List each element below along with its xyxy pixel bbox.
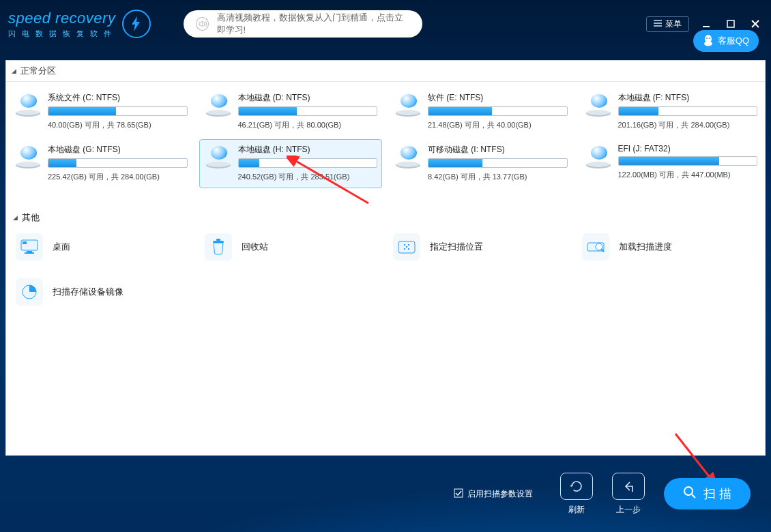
disk-icon (204, 144, 233, 168)
scan-button[interactable]: 扫 描 (664, 478, 751, 509)
usage-bar (618, 106, 758, 116)
partition-title: 本地磁盘 (F: NTFS) (618, 92, 758, 104)
other-section-header[interactable]: ◢ 其他 (9, 209, 762, 231)
partition-title: 本地磁盘 (H: NTFS) (238, 144, 378, 156)
svg-line-20 (692, 494, 695, 498)
partitions-section-header[interactable]: ◢ 正常分区 (6, 61, 765, 82)
promo-text: 高清视频教程，数据恢复从入门到精通，点击立即学习! (217, 12, 411, 36)
disk-icon (14, 92, 42, 117)
partition-item[interactable]: 本地磁盘 (F: NTFS)201.16(GB) 可用，共 284.00(GB) (579, 87, 763, 136)
svg-rect-6 (27, 251, 32, 252)
support-qq-button[interactable]: 客服QQ (693, 30, 759, 52)
partition-stats: 225.42(GB) 可用，共 284.00(GB) (48, 172, 188, 182)
speaker-icon (196, 17, 208, 31)
partition-stats: 8.42(GB) 可用，共 13.77(GB) (428, 172, 568, 182)
svg-rect-10 (216, 239, 220, 241)
target-icon (393, 233, 420, 261)
back-button[interactable]: 上一步 (612, 473, 645, 516)
disk-icon (584, 144, 613, 168)
checkbox-icon (454, 488, 463, 500)
qq-label: 客服QQ (718, 35, 749, 47)
svg-rect-9 (213, 241, 224, 243)
disk-icon (394, 92, 422, 117)
usage-bar (428, 158, 568, 168)
partition-item[interactable]: EFI (J: FAT32)122.00(MB) 可用，共 447.00(MB) (579, 139, 763, 188)
usage-bar (48, 106, 188, 116)
desktop-icon (16, 233, 43, 261)
disk-icon (204, 92, 233, 117)
search-icon (683, 486, 697, 503)
partition-stats: 21.48(GB) 可用，共 40.00(GB) (428, 120, 568, 130)
svg-rect-0 (727, 20, 734, 27)
partition-stats: 46.21(GB) 可用，共 80.00(GB) (238, 120, 378, 130)
partition-stats: 122.00(MB) 可用，共 447.00(MB) (618, 170, 758, 180)
maximize-button[interactable] (723, 16, 738, 31)
partition-item[interactable]: 本地磁盘 (D: NTFS)46.21(GB) 可用，共 80.00(GB) (199, 87, 383, 136)
partition-stats: 40.00(GB) 可用，共 78.65(GB) (48, 120, 188, 130)
minimize-button[interactable] (699, 16, 714, 31)
partition-item[interactable]: 软件 (E: NTFS)21.48(GB) 可用，共 40.00(GB) (389, 87, 572, 136)
svg-rect-8 (23, 241, 27, 244)
back-label: 上一步 (616, 504, 641, 516)
partition-title: 本地磁盘 (G: NTFS) (48, 144, 188, 156)
close-button[interactable] (748, 16, 763, 31)
partitions-title: 正常分区 (20, 65, 56, 77)
scan-params-checkbox[interactable]: 启用扫描参数设置 (454, 488, 533, 500)
svg-point-19 (684, 487, 693, 495)
progress-icon (582, 233, 609, 261)
checkbox-label: 启用扫描参数设置 (467, 488, 533, 500)
logo-title: speed recovery (8, 10, 115, 27)
other-item[interactable]: 加载扫描进度 (578, 231, 760, 263)
partition-item[interactable]: 系统文件 (C: NTFS)40.00(GB) 可用，共 78.65(GB) (9, 87, 192, 136)
partition-title: 本地磁盘 (D: NTFS) (238, 92, 378, 104)
other-item-label: 回收站 (242, 241, 268, 253)
collapse-triangle-icon: ◢ (12, 68, 16, 74)
trash-icon (205, 233, 232, 261)
main-panel: ◢ 正常分区 系统文件 (C: NTFS)40.00(GB) 可用，共 78.6… (5, 60, 766, 456)
image-icon (16, 278, 43, 306)
promo-banner[interactable]: 高清视频教程，数据恢复从入门到精通，点击立即学习! (184, 10, 422, 38)
svg-point-2 (704, 41, 712, 46)
partition-title: EFI (J: FAT32) (618, 144, 758, 153)
usage-bar (238, 106, 378, 116)
partition-title: 软件 (E: NTFS) (428, 92, 568, 104)
usage-bar (238, 158, 378, 168)
partition-title: 系统文件 (C: NTFS) (48, 92, 188, 104)
svg-point-3 (706, 38, 708, 39)
partition-item[interactable]: 可移动磁盘 (I: NTFS)8.42(GB) 可用，共 13.77(GB) (389, 139, 572, 188)
back-icon (612, 473, 645, 500)
menu-label: 菜单 (665, 18, 682, 30)
other-item-label: 扫描存储设备镜像 (53, 286, 123, 298)
usage-bar (618, 156, 758, 166)
usage-bar (48, 158, 188, 168)
bolt-icon (122, 10, 151, 38)
svg-rect-18 (454, 489, 463, 497)
refresh-icon (560, 473, 593, 500)
refresh-button[interactable]: 刷新 (560, 473, 593, 516)
partition-item[interactable]: 本地磁盘 (H: NTFS)240.52(GB) 可用，共 283.51(GB) (199, 139, 383, 188)
other-item[interactable]: 扫描存储设备镜像 (12, 276, 194, 308)
other-item[interactable]: 指定扫描位置 (389, 231, 571, 263)
other-item[interactable]: 桌面 (12, 231, 194, 263)
partition-stats: 240.52(GB) 可用，共 283.51(GB) (238, 172, 378, 182)
disk-icon (584, 92, 613, 117)
logo-subtitle: 闪 电 数 据 恢 复 软 件 (8, 29, 115, 39)
disk-icon (14, 144, 42, 168)
svg-point-4 (709, 38, 710, 39)
qq-icon (703, 34, 714, 48)
partition-item[interactable]: 本地磁盘 (G: NTFS)225.42(GB) 可用，共 284.00(GB) (9, 139, 192, 188)
hamburger-icon (654, 19, 662, 29)
other-item-label: 指定扫描位置 (430, 241, 483, 253)
partition-stats: 201.16(GB) 可用，共 284.00(GB) (618, 120, 758, 130)
usage-bar (428, 106, 568, 116)
disk-icon (394, 144, 422, 168)
other-item-label: 加载扫描进度 (619, 241, 672, 253)
menu-button[interactable]: 菜单 (646, 16, 689, 32)
app-logo: speed recovery 闪 电 数 据 恢 复 软 件 (8, 10, 151, 39)
collapse-triangle-icon: ◢ (13, 214, 18, 221)
svg-rect-7 (25, 252, 34, 254)
partition-title: 可移动磁盘 (I: NTFS) (428, 144, 568, 156)
other-item[interactable]: 回收站 (201, 231, 383, 263)
other-item-label: 桌面 (53, 241, 70, 253)
scan-label: 扫 描 (703, 486, 731, 502)
